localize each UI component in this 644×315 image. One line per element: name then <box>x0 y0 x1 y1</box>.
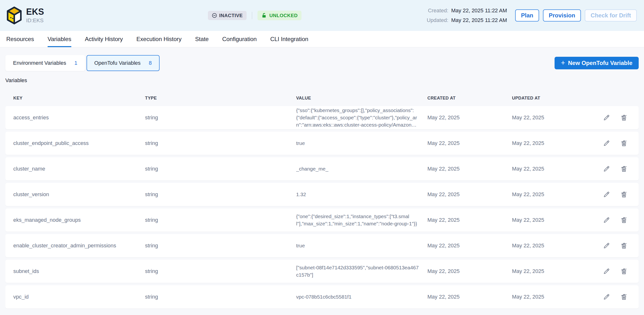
edit-variable-button[interactable] <box>603 268 610 275</box>
pencil-icon <box>603 114 610 121</box>
updated-label: Updated: <box>427 17 448 23</box>
column-header-type: TYPE <box>145 96 296 101</box>
cell-created-at: May 22, 2025 <box>428 166 512 172</box>
environment-meta: Created: May 22, 2025 11:22 AM Updated: … <box>427 7 507 23</box>
environment-tabs: ResourcesVariablesActivity HistoryExecut… <box>0 31 644 47</box>
cell-type: string <box>145 243 296 249</box>
table-row: subnet_ids string ["subnet-08f14e7142d33… <box>5 260 639 283</box>
filter-count-badge: 1 <box>74 60 77 66</box>
table-row: cluster_version string 1.32 May 22, 2025… <box>5 183 639 206</box>
cell-type: string <box>145 114 296 121</box>
cell-key: eks_managed_node_groups <box>13 217 145 223</box>
edit-variable-button[interactable] <box>603 165 610 172</box>
delete-variable-button[interactable] <box>620 114 628 121</box>
tab-variables[interactable]: Variables <box>48 31 71 47</box>
trash-icon <box>620 191 628 198</box>
cell-created-at: May 22, 2025 <box>428 191 512 198</box>
edit-variable-button[interactable] <box>603 114 610 121</box>
cell-type: string <box>145 191 296 198</box>
edit-variable-button[interactable] <box>603 140 610 147</box>
filter-environment-variables[interactable]: Environment Variables 1 <box>5 55 85 71</box>
tab-state[interactable]: State <box>195 31 208 47</box>
cell-key: vpc_id <box>13 294 145 300</box>
cell-key: access_entries <box>13 114 145 121</box>
pencil-icon <box>603 165 610 172</box>
table-row: vpc_id string vpc-078b51c6cbc5581f1 May … <box>5 285 639 309</box>
filter-opentofu-variables[interactable]: OpenTofu Variables 8 <box>86 55 160 71</box>
opentofu-cube-logo-icon <box>6 6 23 25</box>
trash-icon <box>620 165 628 172</box>
edit-variable-button[interactable] <box>603 293 610 301</box>
table-row: enable_cluster_creator_admin_permissions… <box>5 234 639 257</box>
delete-variable-button[interactable] <box>620 293 628 301</box>
minus-circle-icon <box>212 13 217 18</box>
tab-cli-integration[interactable]: CLI Integration <box>270 31 308 47</box>
table-row: eks_managed_node_groups string {"one":{"… <box>5 209 639 232</box>
delete-variable-button[interactable] <box>620 216 628 224</box>
trash-icon <box>620 114 628 121</box>
row-actions <box>594 140 639 147</box>
filter-count-badge: 8 <box>149 60 152 66</box>
edit-variable-button[interactable] <box>603 242 610 249</box>
new-opentofu-variable-label: New OpenTofu Variable <box>568 60 632 66</box>
updated-value: May 22, 2025 11:22 AM <box>451 17 507 23</box>
trash-icon <box>620 140 628 147</box>
page-title: EKS <box>26 7 44 16</box>
row-actions <box>594 165 639 172</box>
tab-execution-history[interactable]: Execution History <box>136 31 182 47</box>
created-label: Created: <box>427 7 448 14</box>
cell-updated-at: May 22, 2025 <box>512 114 594 121</box>
created-value: May 22, 2025 11:22 AM <box>451 7 507 14</box>
delete-variable-button[interactable] <box>620 242 628 249</box>
plan-button[interactable]: Plan <box>515 9 539 21</box>
cell-created-at: May 22, 2025 <box>428 294 512 300</box>
provision-button[interactable]: Provision <box>543 9 581 21</box>
edit-variable-button[interactable] <box>603 191 610 198</box>
cell-updated-at: May 22, 2025 <box>512 268 594 275</box>
environment-header: EKS ID:EKS INACTIVE UNLOCKED Created: Ma… <box>0 0 644 31</box>
tab-resources[interactable]: Resources <box>6 31 34 47</box>
cell-value: {"one":{"desired_size":1,"instance_types… <box>296 213 425 227</box>
filter-label: Environment Variables <box>13 60 66 66</box>
cell-value: _change_me_ <box>296 165 425 172</box>
tab-activity-history[interactable]: Activity History <box>85 31 123 47</box>
cell-created-at: May 22, 2025 <box>428 217 512 223</box>
pencil-icon <box>603 216 610 224</box>
pencil-icon <box>603 191 610 198</box>
cell-value: {"sso":{"kubernetes_groups":[],"policy_a… <box>296 107 425 128</box>
edit-variable-button[interactable] <box>603 216 610 224</box>
cell-key: subnet_ids <box>13 268 145 275</box>
cell-created-at: May 22, 2025 <box>428 140 512 146</box>
delete-variable-button[interactable] <box>620 165 628 172</box>
cell-value: true <box>296 140 425 147</box>
trash-icon <box>620 216 628 224</box>
new-opentofu-variable-button[interactable]: + New OpenTofu Variable <box>554 57 639 69</box>
status-badge: INACTIVE <box>208 11 246 20</box>
tab-configuration[interactable]: Configuration <box>222 31 257 47</box>
cell-value: vpc-078b51c6cbc5581f1 <box>296 293 425 301</box>
trash-icon <box>620 293 628 301</box>
lock-badge: UNLOCKED <box>258 11 302 20</box>
row-actions <box>594 242 639 249</box>
table-row: cluster_name string _change_me_ May 22, … <box>5 157 639 180</box>
delete-variable-button[interactable] <box>620 191 628 198</box>
column-header-updated-at: UPDATED AT <box>512 96 594 101</box>
check-for-drift-button[interactable]: Check for Drift <box>585 9 637 21</box>
cell-type: string <box>145 294 296 300</box>
environment-id: ID:EKS <box>26 17 44 24</box>
cell-key: cluster_name <box>13 166 145 172</box>
badge-divider <box>252 12 252 19</box>
variables-section-title: Variables <box>5 77 639 84</box>
cell-created-at: May 22, 2025 <box>428 243 512 249</box>
trash-icon <box>620 268 628 275</box>
column-header-key: KEY <box>13 96 145 101</box>
unlock-icon <box>261 12 267 18</box>
pencil-icon <box>603 293 610 301</box>
cell-updated-at: May 22, 2025 <box>512 166 594 172</box>
table-row: access_entries string {"sso":{"kubernete… <box>5 106 639 129</box>
delete-variable-button[interactable] <box>620 140 628 147</box>
cell-value: true <box>296 242 425 249</box>
cell-type: string <box>145 268 296 275</box>
delete-variable-button[interactable] <box>620 268 628 275</box>
cell-updated-at: May 22, 2025 <box>512 217 594 223</box>
